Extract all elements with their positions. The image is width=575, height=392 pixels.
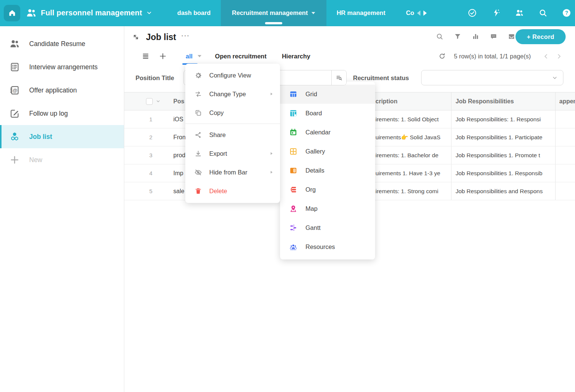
workspace-switcher[interactable]: Full personnel management [25,7,152,19]
search-icon[interactable] [538,8,548,18]
menu-item-copy[interactable]: Copy [185,103,280,122]
svg-text:@: @ [13,88,18,93]
sidebar-item-offer-application[interactable]: @ Offer application [0,79,124,102]
view-context-menu: Configure View Change Type Copy Share Ex… [185,64,280,203]
prev-page-icon[interactable] [543,53,549,60]
cell-responsibilities[interactable]: Job Responsibilities and Respons [451,182,555,200]
row-number: 5 [124,182,165,200]
menu-item-label: Configure View [209,72,251,79]
view-type-details[interactable]: Details [280,161,375,180]
view-tab-all[interactable]: all [186,53,201,60]
trash-icon [194,187,202,195]
select-all-checkbox[interactable] [146,98,153,105]
column-header-appendix[interactable]: appen [555,92,575,110]
view-toolbar: all Open recruitment Hierarchy 5 row(s) … [124,48,575,64]
people-icon [9,38,20,49]
add-record-button[interactable]: + Record [515,29,566,44]
column-header-responsibilities[interactable]: Job Responsibilities [451,92,555,110]
cell-appendix[interactable] [555,146,575,164]
svg-text:?: ? [565,10,568,16]
cell-appendix[interactable] [555,164,575,182]
view-type-calendar[interactable]: Calendar [280,123,375,142]
help-icon[interactable]: ? [562,8,571,18]
refresh-icon[interactable] [438,52,446,60]
menu-item-hide-from-bar[interactable]: Hide from Bar [185,163,280,182]
view-type-label: Gallery [305,148,325,155]
comment-icon[interactable] [490,33,498,40]
recruitment-status-select[interactable] [421,70,563,85]
scroll-tabs-right-icon[interactable] [423,10,427,16]
board-view-icon [289,109,298,118]
search-icon[interactable] [436,33,444,40]
gear-icon [194,72,202,79]
view-tab-hierarchy[interactable]: Hierarchy [282,53,310,60]
swap-arrows-icon [194,90,202,98]
sidebar-item-interview-arrangements[interactable]: Interview arrangements [0,55,124,79]
menu-item-export[interactable]: Export [185,144,280,163]
cell-appendix[interactable] [555,182,575,200]
filter-icon[interactable] [454,33,462,40]
view-tab-open-recruitment[interactable]: Open recruitment [215,53,267,60]
sidebar-item-follow-up-log[interactable]: Follow up log [0,102,124,125]
menu-item-configure-view[interactable]: Configure View [185,66,280,85]
menu-item-label: Delete [209,188,227,195]
tab-hr-management[interactable]: HR management [326,0,395,26]
view-type-gantt[interactable]: Gantt [280,218,375,237]
cell-appendix[interactable] [555,128,575,146]
select-all-cell [124,92,165,110]
position-title-label: Position Title [136,74,174,81]
sidebar-item-job-list[interactable]: Job list [0,125,124,148]
active-tab-indicator [265,22,282,24]
advanced-search-button[interactable] [331,70,346,85]
page-title: Job list [146,32,176,42]
magic-icon[interactable] [491,8,501,18]
home-button[interactable] [4,5,20,21]
tab-dash-board[interactable]: dash board [167,0,221,26]
chevron-down-icon[interactable] [156,99,161,104]
caret-down-icon [311,12,315,14]
sidebar-item-label: Job list [29,133,52,141]
view-type-submenu: Grid Board Calendar Gallery Details Org … [280,82,375,259]
menu-item-label: Export [209,150,227,157]
view-type-org[interactable]: Org [280,180,375,199]
sidebar-item-candidate-resume[interactable]: Candidate Resume [0,32,124,55]
expand-icon[interactable] [132,33,140,41]
tab-co-truncated[interactable]: Co [395,0,429,26]
menu-item-delete[interactable]: Delete [185,182,280,200]
members-icon[interactable] [515,8,524,18]
copy-icon [194,109,202,117]
plus-icon [9,154,20,165]
view-list-icon[interactable] [142,52,150,60]
cell-responsibilities[interactable]: Job Responsibilities 1. Promote t [451,146,555,164]
scroll-tabs-left-icon[interactable] [417,10,420,16]
more-options-icon[interactable]: ··· [182,32,190,40]
view-type-map[interactable]: Map [280,199,375,218]
workspace-title: Full personnel management [41,9,142,17]
gantt-view-icon [289,224,298,232]
menu-item-share[interactable]: Share [185,125,280,144]
chart-icon[interactable] [472,33,480,40]
topbar-actions: ? [468,8,575,18]
cell-appendix[interactable] [555,110,575,128]
add-view-icon[interactable] [159,52,167,60]
view-type-grid[interactable]: Grid [280,85,375,104]
resources-view-icon [289,243,298,251]
check-circle-icon[interactable] [468,8,477,18]
menu-item-change-type[interactable]: Change Type [185,85,280,103]
view-type-board[interactable]: Board [280,104,375,123]
tab-recruitment-management[interactable]: Recruitment management [221,0,327,26]
view-type-gallery[interactable]: Gallery [280,142,375,161]
cell-responsibilities[interactable]: Job Responsibilities: 1. Responsi [451,110,555,128]
sidebar-new-button[interactable]: New [0,148,124,171]
view-type-label: Details [305,167,324,174]
inbox-icon[interactable] [508,33,515,40]
search-lines-icon [335,74,343,82]
calendar-view-icon [289,128,298,137]
menu-item-label: Share [209,131,226,139]
next-page-icon[interactable] [556,53,562,60]
cell-responsibilities[interactable]: Job Responsibilities 1. Responsib [451,164,555,182]
cell-responsibilities[interactable]: Job Responsibilities 1. Participate [451,128,555,146]
address-book-icon: @ [9,85,20,96]
view-type-resources[interactable]: Resources [280,237,375,256]
sidebar-item-label: Interview arrangements [29,63,98,71]
